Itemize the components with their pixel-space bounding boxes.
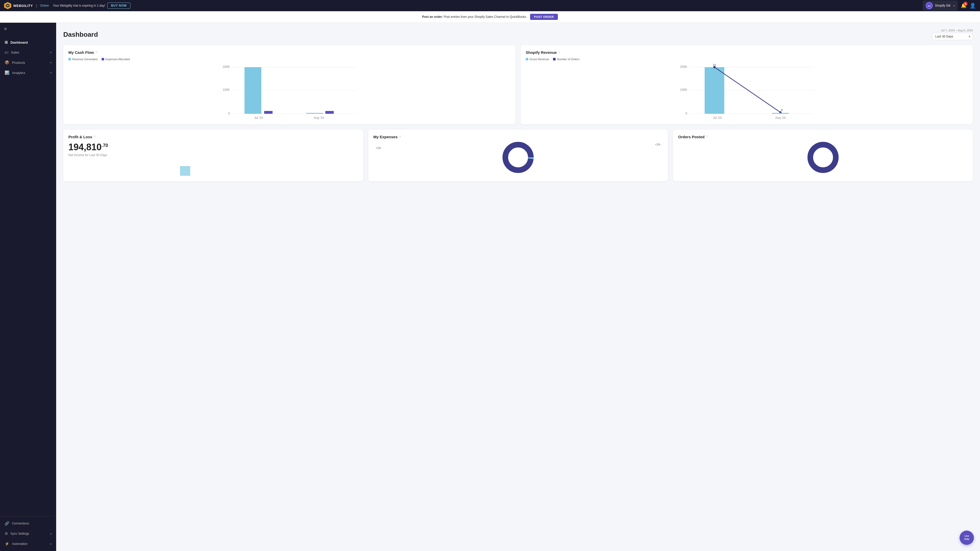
legend-color-revenue <box>68 58 71 60</box>
cash-flow-svg: 200K 100K 0 <box>68 63 511 119</box>
nav-main-section: ⊞ Dashboard 🏷 Sales ▾ 📦 Products ▾ 📊 Ana… <box>0 35 56 80</box>
legend-color-expenses <box>102 58 104 60</box>
online-status: Online <box>40 4 49 7</box>
shopify-revenue-help-icon[interactable]: ? <box>558 51 560 54</box>
sidebar-item-sync-settings[interactable]: ⚙ Sync Settings ▾ <box>0 529 56 539</box>
pnl-main-value: 194,810 <box>68 142 102 152</box>
orders-posted-header: Orders Posted ? <box>678 135 968 139</box>
store-avatar: SG <box>926 2 933 9</box>
store-name: Shopify Gili <box>935 4 950 7</box>
main-content: Dashboard Jul 7, 2024 – Aug 6, 2024 Last… <box>56 23 980 551</box>
main-layout: ≡ ⊞ Dashboard 🏷 Sales ▾ 📦 Products ▾ 📊 <box>0 23 980 551</box>
shopify-revenue-header: Shopify Revenue ? <box>526 50 968 55</box>
cash-flow-legend: Revenue Generated Expenses Allocated <box>68 58 511 61</box>
post-order-button[interactable]: POST ORDER <box>530 14 558 20</box>
notifications-button[interactable]: 🔔 3 <box>961 3 966 8</box>
date-range-label: Jul 7, 2024 – Aug 6, 2024 <box>941 29 973 32</box>
sidebar-item-products[interactable]: 📦 Products ▾ <box>0 57 56 68</box>
sidebar-item-label: Sync Settings <box>11 532 29 535</box>
top-widgets-row: My Cash Flow ? Revenue Generated Expense… <box>63 45 973 124</box>
svg-text:0: 0 <box>686 112 687 115</box>
live-help-button[interactable]: Live Help <box>959 530 974 545</box>
trend-line <box>714 67 781 112</box>
store-selector[interactable]: SG Shopify Gili ▾ <box>923 0 958 11</box>
sidebar-toggle[interactable]: ≡ <box>0 23 56 35</box>
cash-flow-help-icon[interactable]: ? <box>95 51 97 54</box>
expenses-help-icon[interactable]: ? <box>399 135 401 139</box>
pnl-help-icon[interactable]: ? <box>94 135 95 139</box>
expenses-donut-svg <box>501 141 535 174</box>
svg-text:0: 0 <box>781 108 783 111</box>
pnl-header: Profit & Loss ? <box>68 135 358 139</box>
secondary-bar: Post an order: Post entries from your Sh… <box>0 11 980 23</box>
dashboard-header: Dashboard Jul 7, 2024 – Aug 6, 2024 Last… <box>63 29 973 40</box>
trial-notice: Your Webgility trial is expiring in 1 da… <box>53 3 918 9</box>
automation-icon: ⚡ <box>5 541 10 546</box>
orders-posted-help-icon[interactable]: ? <box>706 135 708 139</box>
profit-loss-widget: Profit & Loss ? 194,810.70 Net Income fo… <box>63 130 363 181</box>
legend-label-orders: Number of Orders <box>557 58 579 61</box>
svg-text:100K: 100K <box>680 88 687 92</box>
legend-label-expenses: Expenses Allocated <box>105 58 130 61</box>
sidebar-item-label: Sales <box>11 51 19 54</box>
shopify-revenue-svg: 200K 100K 0 21 <box>526 63 968 119</box>
shopify-revenue-widget: Shopify Revenue ? Gross Revenue Number o… <box>520 45 973 124</box>
buy-now-button[interactable]: BUY NOW <box>107 3 130 9</box>
sidebar: ≡ ⊞ Dashboard 🏷 Sales ▾ 📦 Products ▾ 📊 <box>0 23 56 551</box>
app-name: WEBGILITY <box>13 4 33 8</box>
legend-label-gross: Gross Revenue <box>530 58 549 61</box>
svg-text:200K: 200K <box>680 65 687 68</box>
pnl-chart-area <box>68 161 358 176</box>
svg-rect-22 <box>180 166 190 176</box>
bar-shopify-aug-revenue <box>772 113 789 114</box>
expenses-label-1: <1% <box>655 143 660 146</box>
expenses-header: My Expenses ? <box>373 135 663 139</box>
analytics-icon: 📊 <box>5 70 10 75</box>
cash-flow-header: My Cash Flow ? <box>68 50 511 55</box>
chevron-icon: ▾ <box>50 61 52 64</box>
logo-divider: | <box>36 3 37 8</box>
date-range-wrapper: Jul 7, 2024 – Aug 6, 2024 Last 7 Days La… <box>932 29 973 40</box>
svg-text:0: 0 <box>228 112 230 115</box>
orders-posted-title: Orders Posted <box>678 135 704 139</box>
chevron-icon: ▾ <box>50 51 52 54</box>
sidebar-item-label: Dashboard <box>11 41 28 44</box>
sidebar-item-label: Products <box>12 61 25 65</box>
sidebar-item-label: Automation <box>12 542 27 546</box>
sidebar-item-label: Connections <box>12 522 29 525</box>
connections-icon: 🔗 <box>5 521 10 526</box>
date-range-select[interactable]: Last 7 Days Last 30 Days Last 90 Days Cu… <box>932 33 973 40</box>
expenses-title: My Expenses <box>373 135 398 139</box>
sidebar-item-connections[interactable]: 🔗 Connections <box>0 518 56 529</box>
sidebar-item-label: Analytics <box>12 71 25 75</box>
chevron-icon: ▾ <box>50 543 52 545</box>
expenses-label-2: <1% <box>376 147 381 149</box>
logo-area: W WEBGILITY | Online <box>4 2 49 9</box>
chevron-icon: ▾ <box>50 532 52 535</box>
bar-shopify-jul-revenue <box>705 67 724 114</box>
cash-flow-widget: My Cash Flow ? Revenue Generated Expense… <box>63 45 515 124</box>
pnl-value: 194,810.70 <box>68 142 358 152</box>
pnl-label: Net Income for Last 30 Days <box>68 153 358 157</box>
orders-posted-donut-area <box>678 142 968 173</box>
sidebar-item-automation[interactable]: ⚡ Automation ▾ <box>0 539 56 549</box>
pnl-title: Profit & Loss <box>68 135 92 139</box>
sales-icon: 🏷 <box>5 50 8 55</box>
legend-item-revenue: Revenue Generated <box>68 58 97 61</box>
top-bar: W WEBGILITY | Online Your Webgility tria… <box>0 0 980 11</box>
sidebar-item-dashboard[interactable]: ⊞ Dashboard <box>0 37 56 48</box>
user-profile-button[interactable]: 👤 <box>969 3 976 9</box>
legend-item-num-orders: Number of Orders <box>553 58 579 61</box>
svg-text:100K: 100K <box>223 88 230 92</box>
top-right-area: SG Shopify Gili ▾ 🔔 3 👤 <box>923 0 976 11</box>
svg-text:Jul '24: Jul '24 <box>713 116 722 119</box>
sidebar-item-analytics[interactable]: 📊 Analytics ▾ <box>0 68 56 78</box>
shopify-revenue-legend: Gross Revenue Number of Orders <box>526 58 968 61</box>
bar-jul-expense <box>264 111 272 114</box>
svg-text:200K: 200K <box>223 65 230 68</box>
legend-item-gross-revenue: Gross Revenue <box>526 58 549 61</box>
pnl-decimal: .70 <box>102 143 108 148</box>
bar-jul-revenue <box>245 67 261 114</box>
sidebar-item-sales[interactable]: 🏷 Sales ▾ <box>0 48 56 57</box>
webgility-logo-icon: W <box>4 2 11 9</box>
